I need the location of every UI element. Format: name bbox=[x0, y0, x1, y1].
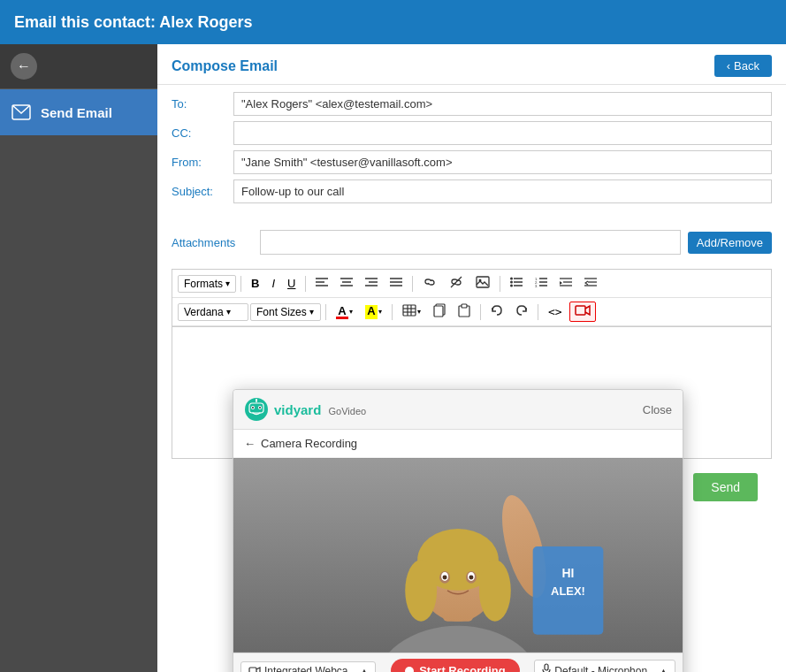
video-button[interactable] bbox=[569, 302, 596, 322]
svg-rect-40 bbox=[434, 306, 443, 317]
svg-rect-70 bbox=[545, 664, 548, 670]
svg-text:HI: HI bbox=[562, 566, 575, 580]
camera-selector[interactable]: Integrated Webca... ▲ bbox=[240, 661, 376, 673]
subject-input[interactable] bbox=[233, 179, 772, 203]
header-title: Email this contact: Alex Rogers bbox=[14, 13, 252, 32]
vidyard-video-area: HI ALEX! bbox=[233, 458, 683, 653]
image-button[interactable] bbox=[470, 273, 495, 294]
italic-button[interactable]: I bbox=[266, 274, 280, 293]
copy-button[interactable] bbox=[428, 301, 451, 323]
font-color-button[interactable]: A ▾ bbox=[331, 302, 358, 322]
compose-title: Compose Email bbox=[172, 58, 278, 74]
back-button-label: Back bbox=[734, 59, 759, 73]
redo-icon bbox=[515, 304, 528, 319]
table-icon bbox=[402, 304, 416, 319]
undo-button[interactable] bbox=[485, 302, 508, 322]
attachments-section: Attachments Add/Remove bbox=[157, 216, 786, 269]
svg-point-47 bbox=[252, 407, 254, 409]
paste-button[interactable] bbox=[453, 301, 476, 323]
underline-button[interactable]: U bbox=[282, 274, 301, 293]
align-center-button[interactable] bbox=[335, 274, 358, 293]
outdent-button[interactable] bbox=[579, 274, 602, 293]
toolbar-sep-5 bbox=[325, 304, 326, 320]
vidyard-back-arrow-icon[interactable]: ← bbox=[244, 437, 256, 450]
from-row: From: bbox=[172, 150, 772, 174]
ordered-list-button[interactable]: 1.2.3. bbox=[530, 274, 553, 293]
camera-device-label: Integrated Webca... bbox=[264, 665, 357, 673]
sidebar-item-send-email[interactable]: Send Email bbox=[0, 89, 157, 135]
unordered-list-icon bbox=[510, 277, 523, 290]
attachments-label: Attachments bbox=[172, 236, 260, 249]
code-button[interactable]: <> bbox=[543, 302, 568, 321]
subject-row: Subject: bbox=[172, 179, 772, 203]
mic-device-label: Default - Microphon... bbox=[554, 665, 656, 673]
font-dropdown[interactable]: Verdana ▾ bbox=[178, 303, 248, 321]
formats-dropdown[interactable]: Formats ▾ bbox=[178, 275, 236, 293]
subject-label: Subject: bbox=[172, 185, 233, 198]
bold-button[interactable]: B bbox=[246, 274, 264, 293]
svg-line-13 bbox=[451, 277, 462, 287]
from-input[interactable] bbox=[233, 150, 772, 174]
svg-point-51 bbox=[256, 399, 257, 401]
sidebar: ← Send Email bbox=[0, 44, 157, 672]
vidyard-close-button[interactable]: Close bbox=[643, 403, 672, 416]
mic-selector[interactable]: Default - Microphon... ▲ bbox=[534, 660, 675, 672]
indent-icon bbox=[560, 277, 572, 290]
copy-icon bbox=[433, 303, 446, 320]
ordered-list-icon: 1.2.3. bbox=[535, 277, 547, 290]
toolbar-sep-2 bbox=[305, 276, 306, 292]
from-label: From: bbox=[172, 156, 233, 169]
vidyard-logo: vidyard GoVideo bbox=[244, 397, 366, 422]
undo-icon bbox=[491, 304, 503, 319]
formats-chevron-icon: ▾ bbox=[225, 279, 230, 288]
bg-color-icon: A bbox=[365, 305, 378, 319]
back-button[interactable]: ‹ Back bbox=[714, 55, 772, 77]
vidyard-video-content: HI ALEX! bbox=[233, 458, 683, 653]
justify-button[interactable] bbox=[385, 274, 408, 293]
svg-rect-34 bbox=[403, 305, 416, 316]
unordered-list-button[interactable] bbox=[505, 274, 528, 293]
svg-point-16 bbox=[510, 278, 513, 280]
mic-chevron-icon: ▲ bbox=[660, 667, 668, 673]
redo-button[interactable] bbox=[510, 302, 533, 322]
send-button[interactable]: Send bbox=[693, 473, 758, 501]
toolbar-sep-8 bbox=[538, 304, 538, 320]
sidebar-back-button[interactable]: ← bbox=[0, 44, 157, 89]
link-button[interactable] bbox=[417, 272, 442, 294]
vidyard-nav-label: Camera Recording bbox=[261, 437, 357, 450]
font-sizes-dropdown[interactable]: Font Sizes ▾ bbox=[250, 303, 321, 321]
add-remove-button[interactable]: Add/Remove bbox=[688, 232, 772, 254]
code-icon: <> bbox=[548, 305, 562, 318]
to-input[interactable] bbox=[233, 92, 772, 116]
main-content: Compose Email ‹ Back To: CC: From: Subje… bbox=[157, 44, 786, 672]
font-sizes-label: Font Sizes bbox=[256, 306, 307, 318]
align-left-button[interactable] bbox=[310, 274, 333, 293]
back-chevron-icon: ‹ bbox=[727, 59, 730, 73]
start-recording-button[interactable]: Start Recording bbox=[391, 659, 520, 672]
table-button[interactable]: ▾ bbox=[397, 302, 426, 322]
attachments-input[interactable] bbox=[260, 230, 681, 255]
camera-icon bbox=[248, 665, 261, 673]
unlink-icon bbox=[449, 275, 463, 292]
rec-dot-icon bbox=[405, 667, 414, 673]
link-icon bbox=[423, 275, 437, 292]
align-right-button[interactable] bbox=[360, 274, 383, 293]
svg-text:ALEX!: ALEX! bbox=[551, 584, 585, 598]
svg-point-57 bbox=[405, 560, 437, 622]
cc-row: CC: bbox=[172, 121, 772, 145]
back-circle-icon: ← bbox=[11, 53, 37, 80]
cc-input[interactable] bbox=[233, 121, 772, 145]
font-sizes-chevron-icon: ▾ bbox=[309, 307, 314, 317]
indent-button[interactable] bbox=[554, 274, 577, 293]
bg-color-button[interactable]: A ▾ bbox=[360, 302, 387, 322]
formats-label: Formats bbox=[184, 278, 223, 290]
font-label: Verdana bbox=[184, 306, 224, 318]
table-chevron: ▾ bbox=[417, 308, 421, 316]
toolbar-sep-3 bbox=[412, 276, 413, 292]
mic-icon bbox=[542, 663, 551, 672]
svg-rect-43 bbox=[576, 306, 585, 315]
unlink-button[interactable] bbox=[444, 272, 469, 294]
vidyard-nav: ← Camera Recording bbox=[233, 430, 683, 458]
font-color-chevron: ▾ bbox=[349, 308, 353, 316]
svg-point-58 bbox=[479, 560, 511, 622]
